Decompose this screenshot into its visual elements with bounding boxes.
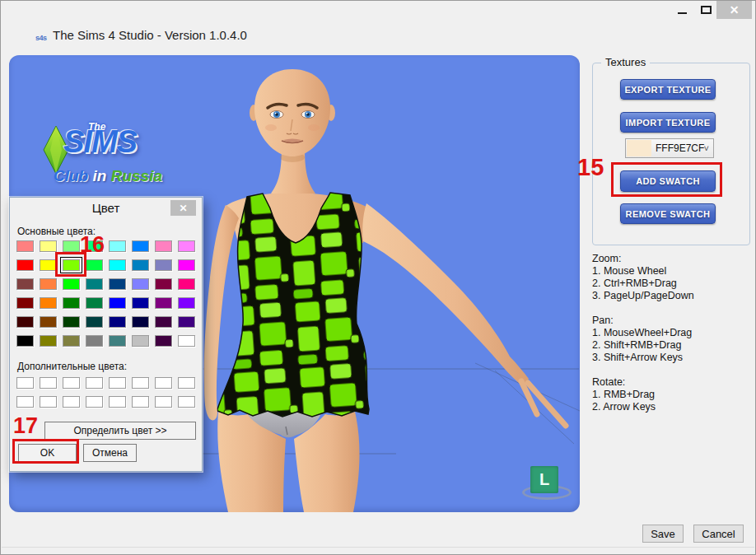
zoom-help-item: 2. Ctrl+RMB+Drag [592,278,749,290]
swatch-dropdown[interactable]: FFF9E7CF ˅ [625,138,714,158]
sims-club-logo: The SIMS Club in Russia [42,119,215,198]
basic-color-swatch[interactable] [109,240,126,252]
export-texture-button[interactable]: EXPORT TEXTURE [620,79,716,100]
basic-color-swatch[interactable] [132,259,149,271]
custom-colors-grid [16,377,195,408]
chevron-down-icon: ˅ [704,139,709,157]
pan-help-item: 2. Shift+RMB+Drag [592,339,749,352]
custom-color-swatch[interactable] [178,396,195,408]
basic-color-swatch[interactable] [132,240,149,252]
custom-color-swatch[interactable] [155,396,172,408]
add-swatch-button[interactable]: ADD SWATCH [620,170,716,192]
pan-help-item: 1. MouseWheel+Drag [592,327,749,339]
basic-color-swatch[interactable] [63,240,80,252]
basic-color-swatch[interactable] [16,335,34,347]
basic-color-swatch[interactable] [86,297,103,309]
basic-color-swatch[interactable] [86,278,103,290]
basic-color-swatch[interactable] [86,316,103,328]
logo-club: Club [54,167,88,184]
ok-button[interactable]: OK [18,444,77,462]
app-window: s4s The Sims 4 Studio - Version 1.0.4.0 … [0,0,756,555]
basic-color-swatch[interactable] [178,259,195,271]
selected-color-swatch[interactable] [63,259,80,271]
custom-color-swatch[interactable] [40,377,57,389]
custom-colors-label: Дополнительные цвета: [17,361,127,372]
basic-color-swatch[interactable] [16,316,34,328]
custom-color-swatch[interactable] [63,396,80,408]
pan-help-item: 3. Shift+Arrow Keys [592,352,749,364]
custom-color-swatch[interactable] [109,396,126,408]
swatch-dropdown-value: FFF9E7CF [656,139,704,157]
basic-color-swatch[interactable] [155,278,172,290]
custom-color-swatch[interactable] [155,377,172,389]
basic-color-swatch[interactable] [16,240,34,252]
custom-color-swatch[interactable] [86,377,103,389]
rotate-help-item: 1. RMB+Drag [592,389,749,401]
basic-color-swatch[interactable] [178,316,195,328]
sim-right-hand [521,381,566,426]
basic-color-swatch[interactable] [132,316,149,328]
basic-color-swatch[interactable] [155,240,172,252]
basic-color-swatch[interactable] [40,278,57,290]
basic-color-swatch[interactable] [40,335,57,347]
logo-russia: Russia [111,167,162,184]
remove-swatch-button[interactable]: REMOVE SWATCH [620,203,716,224]
basic-color-swatch[interactable] [63,297,80,309]
maximize-button[interactable] [695,1,716,19]
basic-color-swatch[interactable] [40,259,57,271]
basic-color-swatch[interactable] [132,278,149,290]
basic-color-swatch[interactable] [40,240,57,252]
basic-color-swatch[interactable] [155,259,172,271]
basic-color-swatch[interactable] [63,278,80,290]
basic-color-swatch[interactable] [109,259,126,271]
basic-color-swatch[interactable] [109,278,126,290]
custom-color-swatch[interactable] [109,377,126,389]
custom-color-swatch[interactable] [132,377,149,389]
basic-color-swatch[interactable] [86,259,103,271]
basic-color-swatch[interactable] [178,278,195,290]
basic-color-swatch[interactable] [109,335,126,347]
basic-color-swatch[interactable] [178,335,195,347]
basic-color-swatch[interactable] [16,297,34,309]
basic-color-swatch[interactable] [16,259,34,271]
basic-color-swatch[interactable] [132,335,149,347]
basic-color-swatch[interactable] [155,335,172,347]
cancel-button[interactable]: Cancel [693,525,744,543]
import-texture-button[interactable]: IMPORT TEXTURE [620,112,716,133]
minimize-button[interactable] [671,1,693,19]
define-color-button[interactable]: Определить цвет >> [44,422,196,440]
basic-color-swatch[interactable] [63,335,80,347]
swatch-color-preview [627,140,651,156]
close-icon: ✕ [730,1,740,19]
save-button[interactable]: Save [642,525,684,543]
basic-color-swatch[interactable] [109,316,126,328]
zoom-help-item: 3. PageUp/PageDown [592,290,749,302]
textures-group: Textures EXPORT TEXTURE IMPORT TEXTURE F… [592,63,750,245]
basic-color-swatch[interactable] [155,316,172,328]
basic-color-swatch[interactable] [132,297,149,309]
custom-color-swatch[interactable] [40,396,57,408]
basic-color-swatch[interactable] [109,297,126,309]
custom-color-swatch[interactable] [16,377,34,389]
custom-color-swatch[interactable] [63,377,80,389]
basic-color-swatch[interactable] [86,335,103,347]
dialog-close-button[interactable]: ✕ [170,200,196,216]
basic-color-swatch[interactable] [155,297,172,309]
rotate-help-title: Rotate: [592,376,749,389]
close-button[interactable]: ✕ [716,1,752,19]
basic-color-swatch[interactable] [178,297,195,309]
basic-color-swatch[interactable] [63,316,80,328]
color-dialog: Цвет ✕ Основные цвета: Дополнительные цв… [9,197,203,472]
custom-color-swatch[interactable] [16,396,34,408]
basic-colors-grid [16,240,195,347]
dialog-cancel-button[interactable]: Отмена [83,444,137,462]
annotation-15: 15 [577,154,604,181]
custom-color-swatch[interactable] [86,396,103,408]
basic-color-swatch[interactable] [178,240,195,252]
custom-color-swatch[interactable] [132,396,149,408]
basic-color-swatch[interactable] [40,316,57,328]
basic-color-swatch[interactable] [16,278,34,290]
custom-color-swatch[interactable] [178,377,195,389]
close-icon: ✕ [179,203,187,214]
basic-color-swatch[interactable] [40,297,57,309]
